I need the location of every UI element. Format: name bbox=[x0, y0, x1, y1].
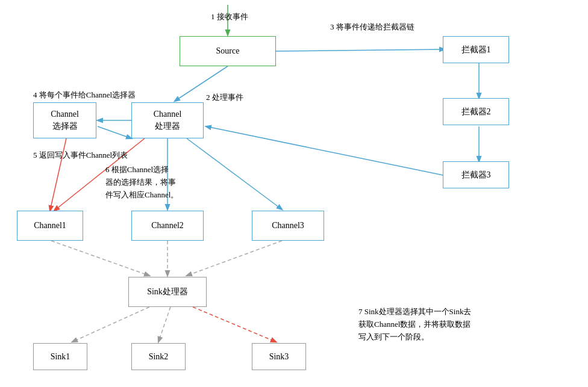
label-7: 7 Sink处理器选择其中一个Sink去获取Channel数据，并将获取数据写入… bbox=[358, 306, 471, 343]
svg-line-12 bbox=[51, 241, 149, 276]
channel-handler-label: Channel 处理器 bbox=[154, 108, 182, 132]
label-4: 4 将每个事件给Channel选择器 bbox=[33, 89, 136, 101]
channel1-label: Channel1 bbox=[34, 220, 66, 232]
source-box: Source bbox=[180, 36, 276, 66]
channel2-label: Channel2 bbox=[151, 220, 184, 232]
interceptor3-box: 拦截器3 bbox=[443, 161, 509, 188]
sink2-box: Sink2 bbox=[131, 343, 186, 370]
sink1-label: Sink1 bbox=[51, 351, 70, 363]
interceptor1-label: 拦截器1 bbox=[461, 44, 491, 56]
sink-handler-box: Sink处理器 bbox=[128, 277, 207, 307]
label-2: 2 处理事件 bbox=[206, 91, 243, 104]
diagram: Source Channel 处理器 Channel 选择器 Channel1 … bbox=[0, 0, 588, 387]
svg-line-15 bbox=[72, 307, 149, 342]
svg-line-2 bbox=[276, 49, 445, 51]
channel3-box: Channel3 bbox=[252, 211, 324, 241]
source-label: Source bbox=[216, 45, 240, 57]
label-7-text: 7 Sink处理器选择其中一个Sink去获取Channel数据，并将获取数据写入… bbox=[358, 307, 471, 341]
label-1: 1 接收事件 bbox=[211, 11, 248, 23]
label-5: 5 返回写入事件Channel列表 bbox=[33, 149, 128, 161]
channel-selector-label: Channel 选择器 bbox=[51, 108, 79, 132]
channel3-label: Channel3 bbox=[272, 220, 304, 232]
label-6: 6 根据Channel选择器的选择结果，将事件写入相应Channel。 bbox=[105, 164, 178, 201]
sink3-box: Sink3 bbox=[252, 343, 306, 370]
label-3: 3 将事件传递给拦截器链 bbox=[330, 21, 414, 33]
interceptor2-box: 拦截器2 bbox=[443, 98, 509, 125]
channel2-box: Channel2 bbox=[131, 211, 204, 241]
sink2-label: Sink2 bbox=[149, 351, 169, 363]
interceptor3-label: 拦截器3 bbox=[461, 169, 491, 181]
sink-handler-label: Sink处理器 bbox=[147, 286, 188, 298]
channel-handler-box: Channel 处理器 bbox=[131, 102, 204, 138]
svg-line-16 bbox=[158, 307, 170, 342]
svg-line-7 bbox=[98, 126, 131, 138]
svg-line-17 bbox=[193, 307, 276, 342]
svg-line-11 bbox=[187, 138, 282, 209]
interceptor2-label: 拦截器2 bbox=[461, 106, 491, 118]
sink3-label: Sink3 bbox=[269, 351, 289, 363]
svg-line-14 bbox=[187, 241, 282, 276]
channel-selector-box: Channel 选择器 bbox=[33, 102, 96, 138]
channel1-box: Channel1 bbox=[17, 211, 83, 241]
svg-line-5 bbox=[206, 126, 446, 176]
sink1-box: Sink1 bbox=[33, 343, 87, 370]
interceptor1-box: 拦截器1 bbox=[443, 36, 509, 63]
label-6-text: 6 根据Channel选择器的选择结果，将事件写入相应Channel。 bbox=[105, 165, 178, 199]
